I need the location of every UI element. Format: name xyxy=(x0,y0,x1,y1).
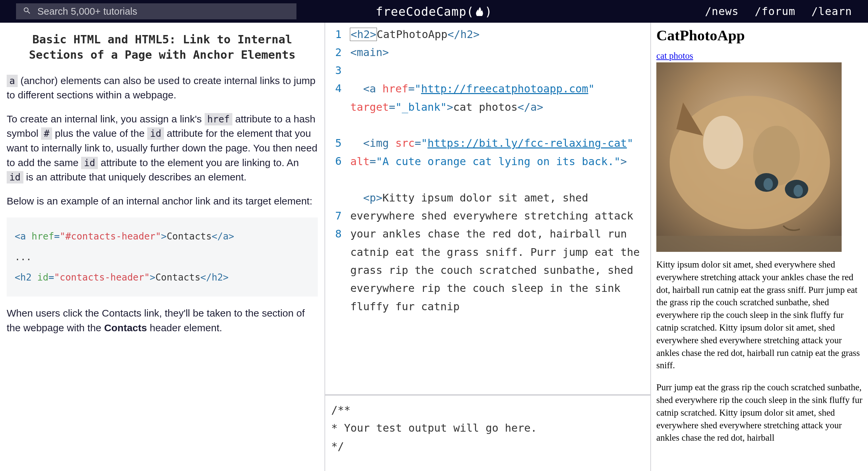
top-nav: freeCodeCamp( ) /news /forum /learn xyxy=(0,0,868,23)
code-line-1: <h2>CatPhotoApp</h2> xyxy=(350,25,648,43)
instructions-p1: a (anchor) elements can also be used to … xyxy=(7,73,318,102)
instructions-panel[interactable]: Basic HTML and HTML5: Link to Internal S… xyxy=(0,23,324,471)
code-line-3 xyxy=(350,62,648,80)
svg-point-7 xyxy=(794,185,803,197)
brand-text-post: ) xyxy=(485,5,492,18)
instructions-p4: When users click the Contacts link, they… xyxy=(7,306,318,335)
nav-link-news[interactable]: /news xyxy=(705,5,739,18)
line-number: 5 xyxy=(335,134,342,152)
flame-icon xyxy=(475,7,484,16)
line-number: 7 xyxy=(335,207,342,225)
preview-p1: Kitty ipsum dolor sit amet, shed everywh… xyxy=(656,259,863,372)
code-id: id xyxy=(147,127,164,140)
line-number: 6 xyxy=(335,152,342,207)
search-icon xyxy=(23,6,37,16)
code-href: href xyxy=(205,113,232,126)
code-line-6: <img src="https://bit.ly/fcc-relaxing-ca… xyxy=(350,134,648,170)
code-id3: id xyxy=(7,171,23,183)
code-editor[interactable]: 1 2 3 4 5 6 7 8 <h2>CatPhotoApp</h2> <ma… xyxy=(325,23,650,394)
svg-rect-8 xyxy=(656,236,842,252)
line-number: 1 xyxy=(335,25,342,43)
code-line-4: <a href="http://freecatphotoapp.com" tar… xyxy=(350,80,648,116)
instructions-p2: To create an internal link, you assign a… xyxy=(7,112,318,184)
editor-panel: 1 2 3 4 5 6 7 8 <h2>CatPhotoApp</h2> <ma… xyxy=(324,23,651,471)
brand-logo[interactable]: freeCodeCamp( ) xyxy=(376,5,492,18)
code-line-2: <main> xyxy=(350,43,648,61)
challenge-title: Basic HTML and HTML5: Link to Internal S… xyxy=(7,32,318,63)
search-wrap[interactable] xyxy=(16,3,297,19)
search-input[interactable] xyxy=(37,6,290,17)
code-hash: # xyxy=(41,127,52,140)
code-line-8: <p>Kitty ipsum dolor sit amet, shed ever… xyxy=(350,189,648,316)
nav-link-learn[interactable]: /learn xyxy=(811,5,852,18)
preview-link-catphotos[interactable]: cat photos xyxy=(656,51,693,61)
test-output: /** * Your test output will go here. */ xyxy=(325,394,650,471)
svg-point-2 xyxy=(703,116,743,169)
line-number: 2 xyxy=(335,43,342,61)
brand-text-pre: freeCodeCamp( xyxy=(376,5,474,18)
preview-p2: Purr jump eat the grass rip the couch sc… xyxy=(656,381,863,444)
code-example: <a href="#contacts-header">Contacts</a> … xyxy=(7,217,318,297)
nav-links: /news /forum /learn xyxy=(705,5,852,18)
svg-point-6 xyxy=(764,178,773,190)
code-line-7 xyxy=(350,170,648,189)
code-line-5 xyxy=(350,116,648,134)
preview-cat-image xyxy=(656,62,842,252)
preview-panel[interactable]: CatPhotoApp cat photos xyxy=(651,23,868,471)
line-number: 4 xyxy=(335,79,342,134)
editor-gutter: 1 2 3 4 5 6 7 8 xyxy=(325,23,349,394)
preview-heading: CatPhotoApp xyxy=(656,27,863,44)
nav-link-forum[interactable]: /forum xyxy=(755,5,796,18)
code-a: a xyxy=(7,75,18,87)
editor-code[interactable]: <h2>CatPhotoApp</h2> <main> <a href="htt… xyxy=(349,23,650,394)
line-number: 8 xyxy=(335,225,342,243)
instructions-p3: Below is an example of an internal ancho… xyxy=(7,194,318,208)
code-id2: id xyxy=(81,157,98,169)
line-number: 3 xyxy=(335,61,342,79)
svg-point-1 xyxy=(670,96,830,229)
